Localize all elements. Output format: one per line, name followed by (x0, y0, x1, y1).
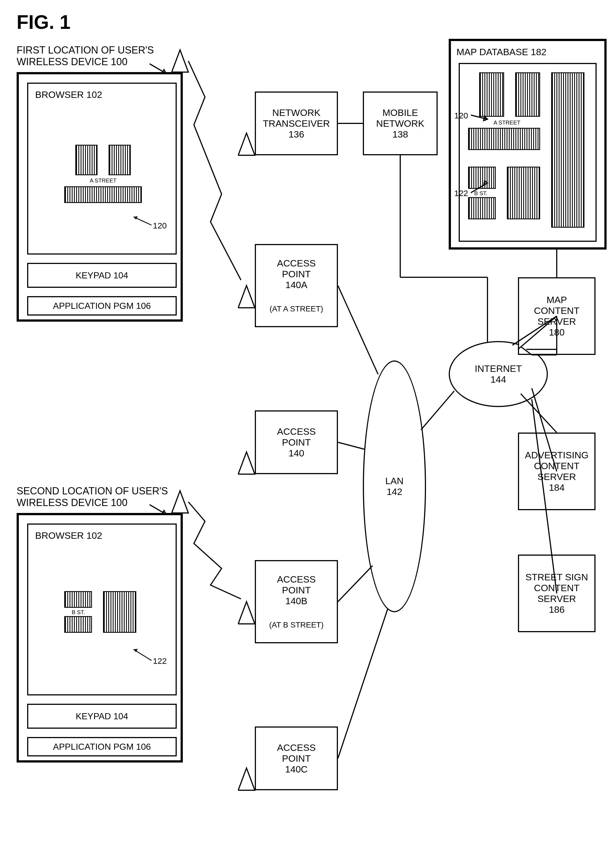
ap140b-l3: 140B (285, 596, 307, 606)
device1-street-label: A STREET (89, 177, 117, 184)
as-l2: CONTENT (534, 460, 580, 471)
device2-ref-122: 122 (153, 656, 167, 666)
internet-l2: 144 (490, 374, 506, 385)
device2-keypad: KEYPAD 104 (27, 704, 177, 729)
ap140b-l1: ACCESS (277, 574, 316, 585)
device2-keypad-label: KEYPAD 104 (75, 711, 128, 722)
lan-l2: 142 (387, 486, 402, 497)
device2-browser: BROWSER 102 B ST. 122 (27, 523, 177, 695)
device1-frame: BROWSER 102 A STREET 120 KEYPAD 104 APPL… (17, 72, 183, 322)
sign-server: STREET SIGN CONTENT SERVER 186 (518, 555, 596, 632)
mapdb-street-a: A STREET (493, 120, 521, 126)
ss-l3: SERVER (537, 593, 576, 604)
ap140a-l3: 140A (285, 279, 307, 290)
device1-title: FIRST LOCATION OF USER'S WIRELESS DEVICE… (17, 44, 154, 68)
map-db-title: MAP DATABASE 182 (456, 47, 547, 57)
ss-l2: CONTENT (534, 583, 580, 593)
ap-140: ACCESS POINT 140 (255, 410, 338, 474)
device1-title-l2: WIRELESS DEVICE 100 (17, 56, 127, 67)
nt-l1: NETWORK (272, 107, 321, 118)
internet-l1: INTERNET (475, 363, 522, 374)
device2-app-label: APPLICATION PGM 106 (53, 742, 151, 752)
device2-title-l1: SECOND LOCATION OF USER'S (17, 485, 168, 497)
device1-keypad: KEYPAD 104 (27, 263, 177, 288)
device1-ref-120: 120 (153, 221, 167, 230)
ss-l4: 186 (549, 604, 565, 615)
device1-browser: BROWSER 102 A STREET 120 (27, 83, 177, 255)
map-database: MAP DATABASE 182 A STREET B ST. (449, 39, 607, 249)
device2-title: SECOND LOCATION OF USER'S WIRELESS DEVIC… (17, 485, 168, 509)
ap140c-l2: POINT (282, 753, 311, 764)
as-l1: ADVERTISING (525, 450, 589, 460)
ap140a-l2: POINT (282, 269, 311, 279)
device2-frame: BROWSER 102 B ST. 122 KEYPAD 104 APPLICA… (17, 513, 183, 763)
svg-line-13 (338, 285, 378, 374)
ad-server: ADVERTISING CONTENT SERVER 184 (518, 432, 596, 510)
ms-l4: 180 (549, 327, 565, 338)
device1-app-label: APPLICATION PGM 106 (53, 301, 151, 311)
device2-browser-label: BROWSER 102 (35, 530, 102, 541)
ap140a-l1: ACCESS (277, 258, 316, 268)
nt-l3: 136 (289, 129, 305, 140)
ap-140a: ACCESS POINT 140A (AT A STREET) (255, 244, 338, 327)
ap140-l2: POINT (282, 437, 311, 448)
ss-l1: STREET SIGN (525, 572, 588, 583)
ap-140c: ACCESS POINT 140C (255, 727, 338, 790)
ap140c-l3: 140C (285, 764, 308, 775)
device1-app: APPLICATION PGM 106 (27, 296, 177, 315)
map-server: MAP CONTENT SERVER 180 (518, 277, 596, 355)
ap140a-loc: (AT A STREET) (269, 304, 323, 313)
device1-keypad-label: KEYPAD 104 (75, 270, 128, 281)
nt-l2: TRANSCEIVER (263, 118, 330, 129)
svg-line-17 (421, 391, 454, 430)
mapdb-ref122: 122 (454, 189, 468, 198)
ap140-l3: 140 (289, 448, 305, 459)
ap140c-l1: ACCESS (277, 742, 316, 753)
device1-browser-label: BROWSER 102 (35, 89, 102, 100)
mobile-network: MOBILE NETWORK 138 (363, 91, 438, 155)
ap-140b: ACCESS POINT 140B (AT B STREET) (255, 560, 338, 643)
mn-l2: NETWORK (376, 118, 424, 129)
network-transceiver: NETWORK TRANSCEIVER 136 (255, 91, 338, 155)
as-l3: SERVER (537, 471, 576, 482)
ap140-l1: ACCESS (277, 426, 316, 437)
svg-line-14 (338, 442, 364, 449)
ap140b-l2: POINT (282, 585, 311, 595)
as-l4: 184 (549, 482, 565, 493)
mapdb-street-b: B ST. (474, 190, 488, 197)
mapdb-ref120: 120 (454, 111, 468, 120)
ms-l2: CONTENT (534, 305, 580, 316)
figure-title: FIG. 1 (17, 11, 70, 33)
device1-title-l1: FIRST LOCATION OF USER'S (17, 44, 154, 56)
lan-oval: LAN 142 (363, 361, 426, 612)
mn-l1: MOBILE (382, 107, 418, 118)
device2-title-l2: WIRELESS DEVICE 100 (17, 497, 127, 508)
device2-street-label: B ST. (71, 609, 86, 616)
lan-l1: LAN (385, 476, 404, 486)
ms-l1: MAP (547, 295, 567, 305)
ap140b-loc: (AT B STREET) (269, 621, 324, 629)
device2-app: APPLICATION PGM 106 (27, 737, 177, 757)
svg-line-15 (338, 566, 372, 602)
svg-line-16 (338, 609, 388, 758)
ms-l3: SERVER (537, 316, 576, 327)
mn-l3: 138 (393, 129, 408, 140)
